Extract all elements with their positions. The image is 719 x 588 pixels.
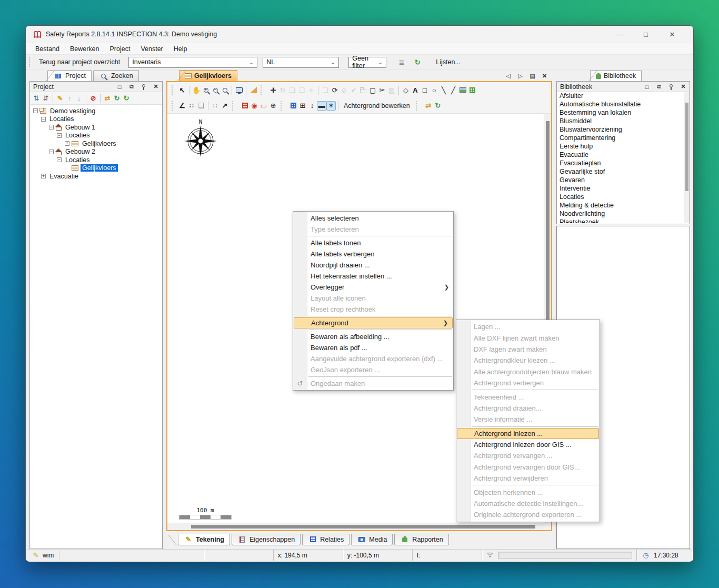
library-item[interactable]: Plaatsbezoek [557,218,689,223]
library-item[interactable]: Bestemming van lokalen [557,109,689,117]
library-item[interactable]: Evacuatie [557,151,689,160]
tree-row[interactable]: −Locaties [31,115,161,124]
replace-icon[interactable]: ⟳ [330,85,339,95]
bring-front-icon[interactable]: ❏ [287,85,297,95]
back-to-project-overview-button[interactable]: Terug naar project overzicht [35,58,124,66]
maximize-button[interactable]: □ [642,29,650,39]
tab-rapporten[interactable]: Rapporten [394,534,448,545]
maximize-panel-button[interactable]: □ [116,84,123,90]
menu-item-alle-labels-verbergen[interactable]: Alle labels verbergen [293,248,453,260]
edit-tag-icon[interactable]: ✎ [55,94,65,103]
north-toggle-icon[interactable]: ✶ [326,101,336,111]
polygon-tool-icon[interactable]: ◇ [401,85,411,95]
grid-blue-icon[interactable] [288,101,298,111]
select-cursor-icon[interactable]: ↖ [177,85,187,95]
menu-venster[interactable]: Venster [135,44,168,54]
refresh-green-icon[interactable]: ↻ [122,94,131,103]
scalebar-toggle-icon[interactable]: ▬ [317,101,326,111]
edit-nodes-icon[interactable]: ✧ [306,85,316,95]
menu-item-achtergrond[interactable]: Achtergrond❯ [294,317,453,328]
pencil-line-tool-icon[interactable]: ╱ [448,85,458,95]
language-dropdown[interactable]: NL ⌄ [263,57,339,68]
prev-document-button[interactable]: ◁ [505,73,512,79]
refresh-add-icon[interactable]: ↻ [112,94,122,103]
ellipse-tool-icon[interactable]: ○ [430,85,439,95]
library-item[interactable]: Afsluiter [557,92,689,101]
line-tool-icon[interactable]: ╲ [439,85,448,95]
snap-move-icon[interactable]: ❏ [196,101,206,111]
lists-button[interactable]: Lijsten... [436,58,461,66]
library-scrollbar-thumb[interactable] [685,103,688,191]
tree-node-gelijkvloers[interactable]: Gelijkvloers [81,164,118,172]
horizontal-scrollbar[interactable] [167,523,544,530]
library-item[interactable]: Evacuatieplan [557,160,689,168]
tab-bibliotheek[interactable]: Bibliotheek [590,70,642,81]
menu-help[interactable]: Help [168,44,193,54]
tab-zoeken[interactable]: Zoeken [93,70,139,81]
close-button[interactable]: ✕ [668,29,676,39]
crop-icon[interactable]: ✂ [377,85,387,95]
library-item[interactable]: Locaties [557,193,689,202]
tree-row[interactable]: Gelijkvloers [31,164,161,173]
red-rect-icon[interactable]: ▭ [259,101,268,111]
tree-node-gelijkvloers[interactable]: Gelijkvloers [81,140,118,147]
menu-item-achtergrond-inlezen[interactable]: Achtergrond inlezen ... [457,428,599,439]
toolbar-drag-handle[interactable] [29,57,33,67]
close-document-button[interactable]: ✕ [541,73,548,79]
refresh-background-icon[interactable]: ↻ [433,101,443,111]
tree-node-locaties[interactable]: Locaties [64,156,92,164]
collapse-node-icon[interactable]: − [33,108,38,113]
collapse-node-icon[interactable]: − [49,150,54,154]
tree-node-gebouw-2[interactable]: Gebouw 2 [64,148,97,155]
library-item[interactable]: Noodverlichting [557,210,689,218]
fit-extent-icon[interactable]: ⊞ [298,101,307,111]
tab-relaties[interactable]: Relaties [302,534,349,545]
measure-setsquare-icon[interactable] [248,85,258,95]
tab-project[interactable]: Project [47,70,92,81]
tree-node-evacuatie[interactable]: Evacuatie [48,173,80,180]
library-item[interactable]: Melding & detectie [557,202,689,210]
float-panel-button[interactable]: ⧉ [128,84,135,90]
document-list-button[interactable]: ▤ [529,73,536,79]
menu-item-achtergrond-inlezen-door-gis[interactable]: Achtergrond inlezen door GIS ... [456,439,600,450]
library-item[interactable]: Bluswatervoorziening [557,126,689,134]
library-scrollbar[interactable] [684,92,690,223]
crosshair-icon[interactable]: ⊕ [268,101,278,111]
expand-node-icon[interactable]: + [41,174,46,178]
tree-row[interactable]: −Gebouw 2 [31,148,161,156]
rectangle-tool-icon[interactable]: □ [420,85,430,95]
zoom-in-icon[interactable] [201,85,211,95]
menu-bewerken[interactable]: Bewerken [65,44,105,54]
send-back-icon[interactable]: ❏ [297,85,306,95]
library-item[interactable]: Eerste hulp [557,143,689,151]
filter-dropdown[interactable]: Geen filter ⌄ [348,57,386,68]
tab-media[interactable]: Media [351,534,393,545]
menu-item-alle-labels-tonen[interactable]: Alle labels tonen [293,237,453,248]
tree-node-gebouw-1[interactable]: Gebouw 1 [64,124,97,131]
tree-node-locaties[interactable]: Locaties [48,115,76,123]
target-icon[interactable]: ◉ [249,101,259,111]
collapse-node-icon[interactable]: − [41,117,46,122]
pin-panel-button[interactable] [668,84,674,90]
tree-row[interactable]: −Demo vestiging [31,107,161,115]
library-item[interactable]: Gevaren [557,176,689,185]
library-item[interactable]: Gevaarlijke stof [557,168,689,176]
tree-node-demo-vestiging[interactable]: Demo vestiging [48,107,97,115]
library-item[interactable]: Automatische blusinstallatie [557,101,689,109]
close-panel-button[interactable]: ✕ [153,84,159,90]
collapse-node-icon[interactable]: − [57,157,62,162]
inventory-dropdown[interactable]: Inventaris ⌄ [128,57,257,68]
text-tool-icon[interactable]: A [411,85,420,95]
jump-arrow-icon[interactable]: ↗ [220,101,229,111]
maximize-panel-button[interactable]: □ [644,84,650,90]
menu-bestand[interactable]: Bestand [30,44,65,54]
fit-screen-icon[interactable] [234,85,244,95]
library-item[interactable]: Interventie [557,185,689,193]
refresh-icon[interactable]: ↻ [413,57,422,67]
image-tool-icon[interactable] [458,85,467,95]
filter-slider-icon[interactable]: ≣ [397,57,406,67]
tree-row[interactable]: −Locaties [31,132,161,140]
tree-row[interactable]: −Gebouw 1 [31,123,161,132]
menu-item-alles-selecteren[interactable]: Alles selecteren [293,213,453,224]
tree-expand-icon[interactable]: ⇅ [32,94,41,103]
